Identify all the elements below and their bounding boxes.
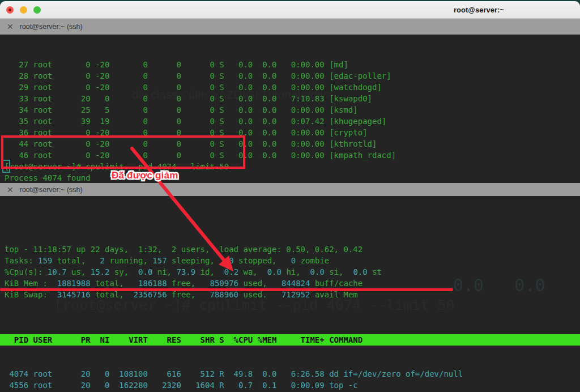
terminal-line: 4074 root 20 0 108100 616 512 R 49.8 0.0… [5, 368, 580, 380]
minimize-window-button[interactable] [20, 6, 27, 14]
zoom-window-button[interactable] [33, 6, 41, 14]
close-window-button[interactable] [6, 6, 14, 14]
traffic-lights [6, 6, 41, 14]
terminal-line: 35 root 39 19 0 0 0 S 0.0 0.0 0:07.42 [k… [5, 116, 580, 127]
terminal-pane-bottom[interactable]: [root@server ~]# cpulimit --pid 4074 --l… [0, 196, 580, 392]
terminal-line: 27 root 0 -20 0 0 0 S 0.0 0.0 0:00.00 [m… [5, 59, 580, 70]
underline-annotation [0, 288, 453, 291]
terminal-line: 33 root 20 0 0 0 0 S 0.0 0.0 7:10.83 [ks… [5, 93, 580, 104]
terminal-window: root@server:~ ✕ root@server:~ (ssh) 27 r… [0, 1, 580, 392]
process-table-header: PID USER PR NI VIRT RES SHR S %CPU %MEM … [0, 334, 580, 346]
close-tab-icon[interactable]: ✕ [7, 186, 14, 194]
process-table: 4074 root 20 0 108100 616 512 R 49.8 0.0… [5, 368, 580, 392]
terminal-line: 46 root 0 -20 0 0 0 S 0.0 0.0 0:00.00 [k… [5, 150, 580, 161]
terminal-line: 36 root 0 -20 0 0 0 S 0.0 0.0 0:00.00 [c… [5, 127, 580, 138]
top-summary: top - 11:18:57 up 22 days, 1:32, 2 users… [5, 244, 580, 312]
terminal-line: 29 root 0 -20 0 0 0 S 0.0 0.0 0:00.00 [w… [5, 82, 580, 93]
terminal-line: 4556 root 20 0 162280 2320 1604 R 0.7 0.… [5, 380, 580, 391]
terminal-line: KiB Mem : 1881988 total, 186188 free, 85… [5, 278, 580, 289]
tab-label: root@server:~ (ssh) [20, 186, 83, 194]
terminal-line: %Cpu(s): 10.7 us, 15.2 sy, 0.0 ni, 73.9 … [5, 266, 580, 278]
terminal-line [5, 300, 580, 312]
terminal-line: top - 11:18:57 up 22 days, 1:32, 2 users… [5, 244, 580, 255]
tab-bottom-terminal[interactable]: ✕ root@server:~ (ssh) [0, 183, 580, 196]
terminal-line: [root@server ~]# cpulimit --pid 4074 --l… [5, 161, 580, 172]
callout-label-text: Đã được giảm [112, 170, 178, 181]
terminal-pane-top[interactable]: 27 root 0 -20 0 0 0 S 0.0 0.0 0:00.00 [m… [0, 35, 580, 183]
terminal-line: 34 root 25 5 0 0 0 S 0.0 0.0 0:00.00 [ks… [5, 104, 580, 116]
tab-top-terminal[interactable]: ✕ root@server:~ (ssh) [0, 19, 580, 35]
terminal-cursor [2, 160, 10, 173]
terminal-line: 44 root 0 -20 0 0 0 S 0.0 0.0 0:00.00 [k… [5, 138, 580, 150]
window-title: root@server:~ [407, 6, 551, 14]
tab-label: root@server:~ (ssh) [20, 23, 83, 31]
screenshot-root: { "window": { "title": "root@server:~" }… [0, 0, 580, 392]
terminal-line: Tasks: 159 total, 2 running, 157 sleepin… [5, 255, 580, 266]
terminal-output: 27 root 0 -20 0 0 0 S 0.0 0.0 0:00.00 [m… [5, 59, 580, 183]
title-bar[interactable]: root@server:~ [0, 1, 580, 19]
terminal-line: 28 root 0 -20 0 0 0 S 0.0 0.0 0:00.00 [e… [5, 70, 580, 82]
close-tab-icon[interactable]: ✕ [7, 23, 14, 31]
terminal-line: Process 4074 found [5, 172, 580, 183]
